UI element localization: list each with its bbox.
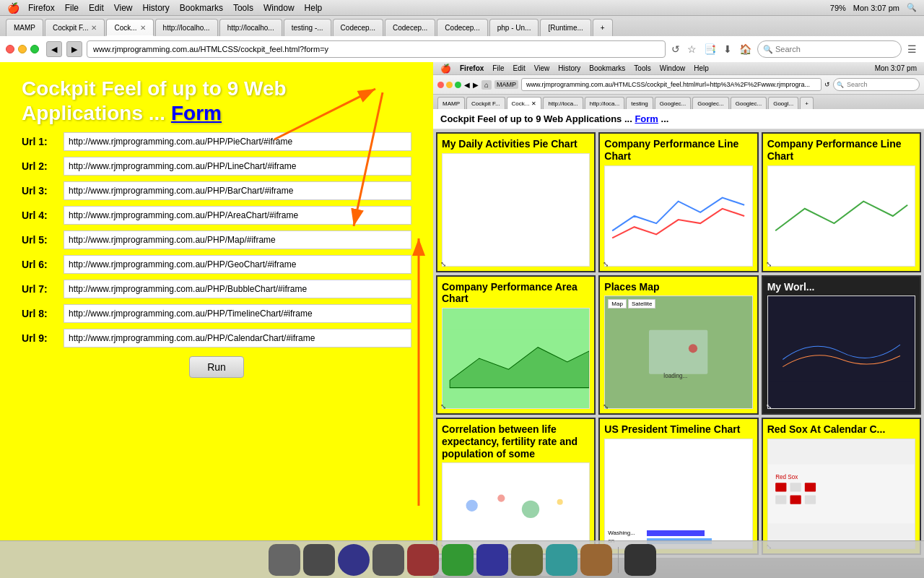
chart-cell-pie[interactable]: My Daily Activities Pie Chart ⤡ bbox=[436, 132, 596, 272]
tab-cockpit1-close[interactable]: ✕ bbox=[91, 24, 97, 32]
chart-cell-bubble[interactable]: Correlation between life expectancy, fer… bbox=[436, 418, 596, 555]
dock-icon-4[interactable] bbox=[407, 544, 439, 576]
chart-cell-timeline[interactable]: US President Timeline Chart Washing... o… bbox=[598, 418, 758, 555]
tab-mamp[interactable]: MAMP bbox=[6, 19, 43, 36]
nested-refresh[interactable]: ↺ bbox=[824, 81, 830, 88]
menu-bookmarks[interactable]: Bookmarks bbox=[180, 3, 223, 13]
chart-expand-map[interactable]: ⤡ bbox=[603, 402, 609, 410]
chart-cell-line2[interactable]: Company Performance Line Chart ⤡ bbox=[762, 132, 921, 272]
nested-menu-file[interactable]: File bbox=[492, 64, 504, 72]
menu-firefox[interactable]: Firefox bbox=[28, 3, 55, 13]
search-menubar-icon[interactable]: 🔍 bbox=[907, 3, 917, 12]
ntab-testing[interactable]: testing bbox=[626, 97, 653, 109]
nested-form-link[interactable]: Form bbox=[635, 113, 658, 124]
nested-minimize[interactable] bbox=[446, 82, 453, 88]
nested-home[interactable]: ⌂ bbox=[481, 80, 492, 90]
dock-icon-6[interactable] bbox=[476, 544, 508, 576]
menu-window[interactable]: Window bbox=[263, 3, 295, 13]
tab-testing[interactable]: testing -... bbox=[284, 19, 331, 36]
nested-search-input[interactable] bbox=[833, 78, 920, 91]
ntab-cock-close[interactable]: ✕ bbox=[531, 100, 536, 107]
minimize-button[interactable] bbox=[18, 45, 27, 53]
menu-history[interactable]: History bbox=[143, 3, 170, 13]
chart-expand-area[interactable]: ⤡ bbox=[440, 402, 446, 410]
url-input-7[interactable] bbox=[64, 280, 411, 298]
refresh-icon[interactable]: ↺ bbox=[670, 42, 681, 56]
chart-expand-worldmap[interactable]: ⤡ bbox=[766, 402, 772, 410]
chart-cell-line[interactable]: Company Performance Line Chart ⤡ bbox=[598, 132, 758, 272]
form-link[interactable]: Form bbox=[171, 102, 222, 124]
run-button[interactable]: Run bbox=[189, 356, 244, 378]
bookmark-star-icon[interactable]: ☆ bbox=[686, 42, 698, 56]
dock-icon-2[interactable] bbox=[303, 544, 335, 576]
nested-menu-history[interactable]: History bbox=[558, 64, 580, 72]
url-input-4[interactable] bbox=[64, 206, 411, 225]
nested-menu-tools[interactable]: Tools bbox=[634, 64, 650, 72]
dock-icon-1[interactable] bbox=[269, 544, 300, 576]
menu-view[interactable]: View bbox=[114, 3, 133, 13]
tab-cock-close[interactable]: ✕ bbox=[140, 24, 146, 32]
nested-maximize[interactable] bbox=[455, 82, 461, 88]
tab-codecep2[interactable]: Codecep... bbox=[385, 19, 435, 36]
menu-tools[interactable]: Tools bbox=[233, 3, 253, 13]
url-input-3[interactable] bbox=[64, 181, 411, 200]
ntab-google4[interactable]: Googl... bbox=[768, 97, 798, 109]
chart-expand-line2[interactable]: ⤡ bbox=[766, 260, 772, 268]
dock-icon-8[interactable] bbox=[546, 544, 578, 576]
dock-icon-firefox[interactable] bbox=[338, 544, 370, 576]
menu-edit[interactable]: Edit bbox=[89, 3, 104, 13]
close-button[interactable] bbox=[6, 45, 14, 53]
tab-codecep3[interactable]: Codecep... bbox=[437, 19, 487, 36]
ntab-new[interactable]: + bbox=[800, 97, 814, 109]
nested-menu-window[interactable]: Window bbox=[660, 64, 686, 72]
address-bar[interactable] bbox=[87, 40, 666, 58]
back-button[interactable]: ◀ bbox=[46, 41, 62, 57]
url-input-1[interactable] bbox=[64, 132, 411, 151]
tab-cockpit1[interactable]: Cockpit F... ✕ bbox=[45, 19, 105, 36]
ntab-google3[interactable]: Googlec... bbox=[731, 97, 767, 109]
chart-expand-pie[interactable]: ⤡ bbox=[440, 260, 446, 268]
dock-icon-3[interactable] bbox=[372, 544, 404, 576]
chart-cell-map[interactable]: Places Map Map Satellite loading... bbox=[598, 275, 758, 415]
nested-menu-help[interactable]: Help bbox=[694, 64, 709, 72]
nested-close[interactable] bbox=[437, 82, 444, 88]
tab-runtime[interactable]: [Runtime... bbox=[540, 19, 590, 36]
dock-icon-trash[interactable] bbox=[624, 544, 656, 576]
maximize-button[interactable] bbox=[30, 45, 39, 53]
nested-forward[interactable]: ▶ bbox=[473, 81, 479, 89]
chart-cell-area[interactable]: Company Performance Area Chart ⤡ bbox=[436, 275, 596, 415]
chart-cell-worldmap[interactable]: My Worl... ⤡ bbox=[762, 275, 921, 415]
nested-address-bar[interactable] bbox=[521, 78, 821, 91]
url-input-8[interactable] bbox=[64, 304, 411, 323]
ntab-google1[interactable]: Googlec... bbox=[655, 97, 691, 109]
tab-local2[interactable]: http://localho... bbox=[219, 19, 282, 36]
nested-menu-firefox[interactable]: Firefox bbox=[460, 64, 484, 72]
tab-local1[interactable]: http://localho... bbox=[155, 19, 218, 36]
apple-menu[interactable]: 🍎 bbox=[7, 2, 19, 14]
url-input-9[interactable] bbox=[64, 329, 411, 348]
bookmark-icon[interactable]: 📑 bbox=[702, 42, 718, 56]
nested-mamp[interactable]: MAMP bbox=[494, 80, 518, 89]
ntab-mamp[interactable]: MAMP bbox=[437, 97, 465, 109]
url-input-5[interactable] bbox=[64, 230, 411, 249]
nested-back[interactable]: ◀ bbox=[464, 81, 470, 89]
ntab-cock[interactable]: Cock... ✕ bbox=[507, 97, 542, 109]
nested-menu-view[interactable]: View bbox=[534, 64, 550, 72]
menu-file[interactable]: File bbox=[65, 3, 79, 13]
nested-menu-edit[interactable]: Edit bbox=[513, 64, 525, 72]
dock-icon-5[interactable] bbox=[442, 544, 474, 576]
chart-cell-redsox[interactable]: Red Sox At Calendar C... Red Sox bbox=[762, 418, 921, 555]
menu-help[interactable]: Help bbox=[305, 3, 323, 13]
ntab-google2[interactable]: Googlec... bbox=[692, 97, 728, 109]
dock-icon-7[interactable] bbox=[511, 544, 543, 576]
dock-icon-9[interactable] bbox=[580, 544, 612, 576]
ntab-cockpit[interactable]: Cockpit F... bbox=[466, 97, 505, 109]
chart-expand-line[interactable]: ⤡ bbox=[603, 260, 609, 268]
tab-new[interactable]: + bbox=[593, 19, 613, 36]
url-input-6[interactable] bbox=[64, 255, 411, 274]
home-icon[interactable]: 🏠 bbox=[738, 42, 753, 56]
nested-menu-bookmarks[interactable]: Bookmarks bbox=[589, 64, 625, 72]
tab-codecep1[interactable]: Codecep... bbox=[333, 19, 383, 36]
tab-cock[interactable]: Cock... ✕ bbox=[106, 19, 153, 36]
search-input[interactable] bbox=[757, 40, 902, 58]
